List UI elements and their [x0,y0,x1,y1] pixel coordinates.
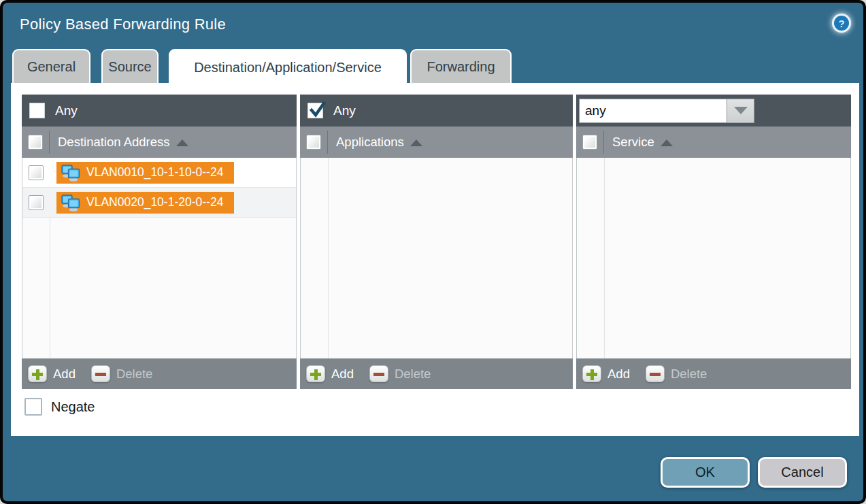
header-divider [49,131,50,154]
list-column-divider [328,158,329,358]
delete-icon[interactable] [91,365,110,382]
negate-checkbox[interactable] [24,398,42,416]
tab-content-panel: Any Destination Address [11,83,859,436]
applications-toolbar: Add Delete [300,358,573,389]
service-column-header: Service [612,135,654,150]
tab-destination-application-service[interactable]: Destination/Application/Service [169,49,407,84]
destination-list: VLAN0010_10-1-10-0--24 [22,158,297,358]
service-dropdown-button[interactable] [727,99,754,123]
address-object-chip[interactable]: VLAN0020_10-1-20-0--24 [56,192,234,214]
service-select-all-checkbox[interactable] [582,135,597,150]
applications-header-row[interactable]: Applications [300,127,573,158]
destination-any-bar: Any [22,95,297,127]
sort-asc-icon[interactable] [661,139,673,146]
sort-asc-icon[interactable] [176,139,188,146]
ok-button[interactable]: OK [661,457,750,488]
help-icon: ? [834,16,849,31]
service-toolbar: Add Delete [576,358,851,389]
applications-column: Any Applications Add Del [300,95,573,389]
destination-address-column: Any Destination Address [22,95,297,389]
address-object-chip[interactable]: VLAN0010_10-1-10-0--24 [56,162,234,184]
page-title: Policy Based Forwarding Rule [20,16,226,33]
policy-forwarding-dialog: Policy Based Forwarding Rule ? General S… [0,0,866,504]
tab-forwarding[interactable]: Forwarding [410,49,512,83]
applications-any-label: Any [333,103,356,118]
delete-button[interactable]: Delete [116,367,152,382]
table-row: VLAN0010_10-1-10-0--24 [22,158,296,188]
list-column-divider [604,158,605,358]
tab-source[interactable]: Source [101,49,159,83]
delete-icon[interactable] [646,365,665,382]
delete-button[interactable]: Delete [395,367,431,382]
computers-icon [61,194,81,212]
destination-select-all-checkbox[interactable] [28,135,43,150]
checkmark-icon [308,101,327,120]
add-button[interactable]: Add [607,367,630,382]
service-column: Service Add Delete [576,95,851,389]
negate-label: Negate [51,399,95,415]
add-icon[interactable] [582,365,601,382]
address-object-name: VLAN0020_10-1-20-0--24 [86,195,223,209]
header-divider [327,131,328,154]
applications-any-bar: Any [300,95,573,127]
service-header-row[interactable]: Service [576,127,851,158]
applications-select-all-checkbox[interactable] [306,135,321,150]
applications-column-header: Applications [336,135,404,150]
chevron-down-icon [734,107,748,114]
row-checkbox[interactable] [29,195,44,210]
applications-list [300,158,573,358]
table-row: VLAN0020_10-1-20-0--24 [22,188,296,218]
help-button[interactable]: ? [832,14,851,33]
delete-button[interactable]: Delete [671,367,707,382]
cancel-button[interactable]: Cancel [758,457,847,488]
address-object-name: VLAN0010_10-1-10-0--24 [86,165,223,180]
delete-icon[interactable] [369,365,388,382]
service-any-bar [576,95,851,127]
destination-any-checkbox[interactable] [29,103,45,118]
add-icon[interactable] [28,365,47,382]
service-list [576,158,851,358]
row-checkbox[interactable] [29,165,44,180]
destination-toolbar: Add Delete [22,358,297,389]
applications-any-checkbox[interactable] [307,103,323,118]
add-button[interactable]: Add [53,367,76,382]
service-dropdown-input[interactable] [579,99,727,123]
add-icon[interactable] [306,365,325,382]
dialog-body: Policy Based Forwarding Rule ? General S… [3,3,863,501]
negate-control: Negate [24,398,95,416]
destination-any-label: Any [55,103,78,118]
computers-icon [61,164,81,182]
tab-general[interactable]: General [12,49,90,83]
add-button[interactable]: Add [331,367,354,382]
sort-asc-icon[interactable] [410,139,422,146]
tab-bar: General Source Destination/Application/S… [12,49,512,84]
destination-column-header: Destination Address [58,135,170,150]
destination-header-row[interactable]: Destination Address [22,127,297,158]
header-divider [603,131,604,154]
